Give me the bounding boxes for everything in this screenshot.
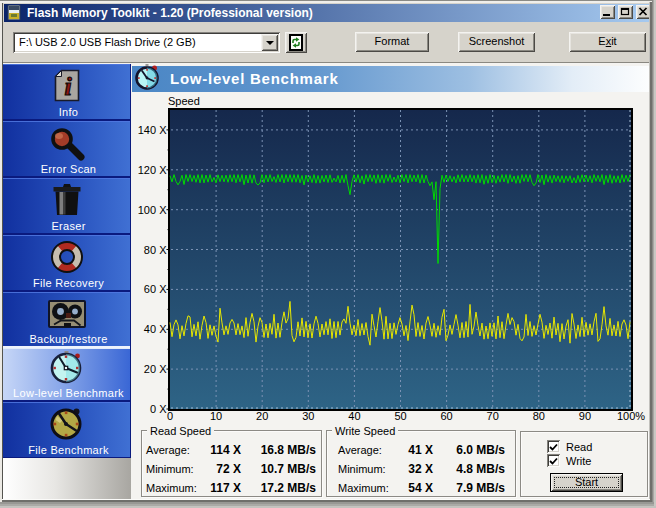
svg-text:20 X: 20 X bbox=[144, 363, 167, 375]
svg-text:30: 30 bbox=[302, 410, 314, 422]
svg-text:70: 70 bbox=[487, 410, 499, 422]
svg-text:80 X: 80 X bbox=[144, 244, 167, 256]
svg-text:140 X: 140 X bbox=[138, 124, 167, 136]
svg-text:90: 90 bbox=[579, 410, 591, 422]
svg-text:50: 50 bbox=[394, 410, 406, 422]
svg-text:Speed: Speed bbox=[168, 95, 200, 107]
svg-text:120 X: 120 X bbox=[138, 164, 167, 176]
svg-text:i: i bbox=[64, 72, 72, 101]
svg-text:0 X: 0 X bbox=[150, 403, 167, 415]
svg-text:80: 80 bbox=[533, 410, 545, 422]
svg-text:10: 10 bbox=[210, 410, 222, 422]
svg-text:100%: 100% bbox=[617, 410, 645, 422]
svg-text:60: 60 bbox=[440, 410, 452, 422]
svg-text:20: 20 bbox=[256, 410, 268, 422]
svg-text:40 X: 40 X bbox=[144, 323, 167, 335]
svg-text:0: 0 bbox=[167, 410, 173, 422]
svg-text:40: 40 bbox=[348, 410, 360, 422]
svg-text:60 X: 60 X bbox=[144, 283, 167, 295]
svg-text:100 X: 100 X bbox=[138, 204, 167, 216]
